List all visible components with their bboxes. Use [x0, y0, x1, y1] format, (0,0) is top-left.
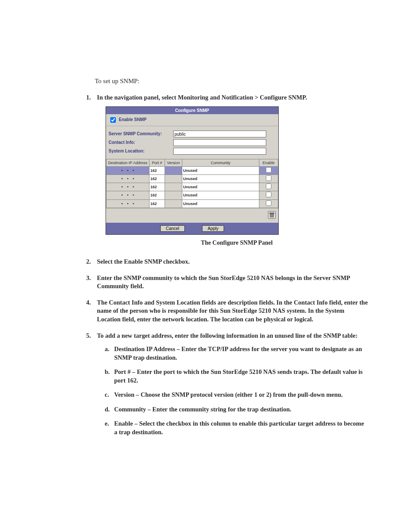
community-cell[interactable]: Unused: [182, 167, 259, 175]
port-cell[interactable]: 162: [149, 199, 165, 208]
configure-snmp-panel: Configure SNMP Enable SNMP Server SNMP C…: [106, 106, 279, 235]
panel-title: Configure SNMP: [106, 107, 278, 115]
ip-cell[interactable]: • • •: [106, 175, 149, 183]
port-cell[interactable]: 162: [149, 183, 165, 191]
ip-cell[interactable]: • • •: [106, 199, 149, 208]
substep-c: c.Version – Choose the SNMP protocol ver…: [105, 391, 368, 399]
community-cell[interactable]: Unused: [182, 199, 259, 208]
table-row[interactable]: • • • 162Unused: [106, 167, 278, 175]
enable-cell: [259, 191, 278, 199]
version-cell[interactable]: [165, 191, 182, 199]
step-5-text: To add a new target address, enter the f…: [97, 332, 358, 339]
table-row[interactable]: • • • 162Unused: [106, 191, 278, 199]
figure-caption: The Configure SNMP Panel: [106, 239, 368, 247]
substep-e: e.Enable – Select the checkbox in this c…: [105, 420, 368, 436]
enable-cell: [259, 175, 278, 183]
substep-e-marker: e.: [105, 420, 109, 428]
apply-button[interactable]: Apply: [202, 225, 224, 232]
step-1: In the navigation panel, select Monitori…: [86, 93, 368, 247]
step-4: The Contact Info and System Location fie…: [86, 299, 368, 324]
delete-button[interactable]: [268, 211, 276, 219]
trash-icon: [269, 212, 275, 218]
substep-a-text: Destination IP Address – Enter the TCP/I…: [114, 345, 362, 361]
step-3: Enter the SNMP community to which the Su…: [86, 274, 368, 291]
th-enable: Enable: [259, 159, 278, 167]
table-row[interactable]: • • • 162Unused: [106, 183, 278, 191]
substep-b-marker: b.: [105, 368, 110, 376]
substep-e-text: Enable – Select the checkbox in this col…: [114, 420, 364, 436]
step-1-text: In the navigation panel, select Monitori…: [97, 94, 307, 101]
step-5: To add a new target address, enter the f…: [86, 332, 368, 437]
row-enable-checkbox[interactable]: [266, 175, 271, 181]
row-enable-checkbox[interactable]: [266, 200, 271, 206]
snmp-table: Destination IP Address Port # Version Co…: [106, 159, 278, 208]
intro-text: To set up SNMP:: [95, 78, 368, 85]
step-2: Select the Enable SNMP checkbox.: [86, 258, 368, 266]
enable-snmp-text: Enable SNMP: [119, 117, 146, 122]
contact-info-label: Contact Info:: [109, 140, 173, 146]
enable-cell: [259, 183, 278, 191]
th-port: Port #: [149, 159, 165, 167]
substep-b: b.Port # – Enter the port to which the S…: [105, 368, 368, 385]
table-row[interactable]: • • • 162Unused: [106, 175, 278, 183]
substep-b-text: Port # – Enter the port to which the Sun…: [114, 368, 363, 384]
version-cell[interactable]: [165, 167, 182, 175]
ip-cell[interactable]: • • •: [106, 191, 149, 199]
community-cell[interactable]: Unused: [182, 183, 259, 191]
enable-snmp-label: Enable SNMP: [109, 117, 146, 122]
version-cell[interactable]: [165, 199, 182, 208]
version-cell[interactable]: [165, 175, 182, 183]
substep-c-marker: c.: [105, 391, 109, 399]
step-4-text: The Contact Info and System Location fie…: [97, 299, 368, 323]
port-cell[interactable]: 162: [149, 167, 165, 175]
table-row[interactable]: • • • 162Unused: [106, 199, 278, 208]
substep-a-marker: a.: [105, 345, 109, 354]
row-enable-checkbox[interactable]: [266, 184, 271, 189]
enable-cell: [259, 167, 278, 175]
enable-snmp-checkbox[interactable]: [110, 117, 116, 123]
th-version: Version: [165, 159, 182, 167]
row-enable-checkbox[interactable]: [266, 167, 271, 173]
substep-a: a.Destination IP Address – Enter the TCP…: [105, 345, 368, 362]
ip-cell[interactable]: • • •: [106, 183, 149, 191]
system-location-label: System Location:: [109, 148, 173, 154]
server-community-label: Server SNMP Community:: [109, 131, 173, 137]
port-cell[interactable]: 162: [149, 191, 165, 199]
ip-cell[interactable]: • • •: [106, 167, 149, 175]
substep-d: d.Community – Enter the community string…: [105, 405, 368, 414]
substep-d-marker: d.: [105, 405, 110, 414]
row-enable-checkbox[interactable]: [266, 192, 271, 197]
community-cell[interactable]: Unused: [182, 175, 259, 183]
substep-d-text: Community – Enter the community string f…: [114, 406, 291, 413]
version-cell[interactable]: [165, 183, 182, 191]
step-2-text: Select the Enable SNMP checkbox.: [97, 258, 190, 265]
th-community: Community: [182, 159, 259, 167]
step-3-text: Enter the SNMP community to which the Su…: [97, 274, 350, 290]
substep-c-text: Version – Choose the SNMP protocol versi…: [114, 391, 342, 398]
system-location-input[interactable]: [173, 148, 266, 155]
th-ip: Destination IP Address: [106, 159, 149, 167]
community-cell[interactable]: Unused: [182, 191, 259, 199]
enable-cell: [259, 199, 278, 208]
contact-info-input[interactable]: [173, 139, 266, 146]
cancel-button[interactable]: Cancel: [160, 225, 185, 232]
port-cell[interactable]: 162: [149, 175, 165, 183]
server-community-input[interactable]: [173, 131, 266, 137]
svg-rect-4: [270, 213, 274, 214]
